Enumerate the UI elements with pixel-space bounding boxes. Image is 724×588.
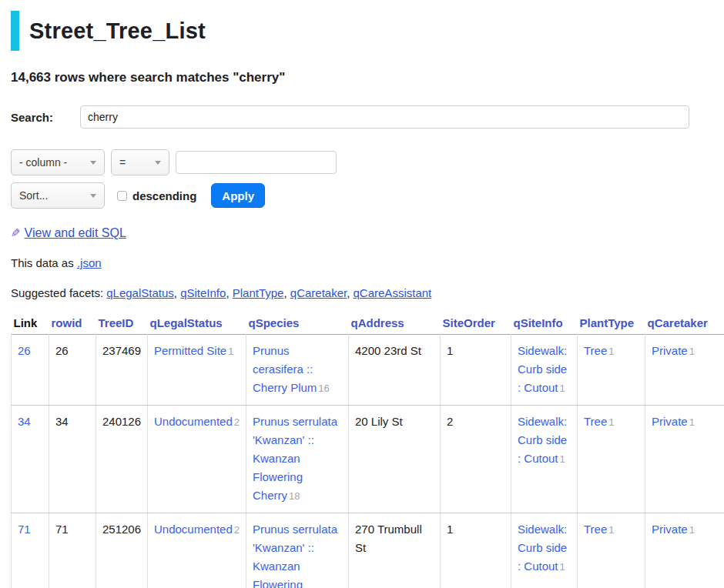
table-row: 26 26 237469 Permitted Site1 Prunus cera…: [12, 335, 724, 406]
column-header-siteorder-link[interactable]: SiteOrder: [443, 316, 495, 329]
search-row: Search:: [11, 105, 713, 129]
facet-separator: ,: [226, 286, 232, 299]
chevron-down-icon: [90, 161, 96, 165]
column-header-qaddress: qAddress: [349, 313, 441, 335]
cell-qaddress: 4200 23rd St: [349, 335, 441, 406]
facet-count: 1: [608, 346, 614, 357]
sort-select[interactable]: Sort...: [11, 182, 105, 209]
row-link[interactable]: 34: [18, 415, 31, 428]
column-header-link: Link: [12, 313, 49, 335]
data-as-row: This data as .json: [11, 256, 713, 269]
facet-value-link[interactable]: Prunus cerasifera :: Cherry Plum: [253, 344, 317, 394]
facet-value-link[interactable]: Private: [652, 523, 688, 536]
facet-count: 1: [560, 383, 565, 394]
column-header-qspecies-link[interactable]: qSpecies: [249, 316, 300, 329]
facet-count: 1: [560, 453, 565, 465]
column-header-qcaretaker: qCaretaker: [645, 313, 724, 335]
cell-qsiteinfo: Sidewalk: Curb side : Cutout1: [511, 513, 578, 588]
column-header-qlegalstatus-link[interactable]: qLegalStatus: [150, 316, 223, 329]
json-link[interactable]: .json: [77, 256, 102, 269]
chevron-down-icon: [90, 194, 96, 198]
facet-count: 1: [689, 416, 695, 428]
column-header-qsiteinfo-link[interactable]: qSiteInfo: [514, 316, 563, 329]
facet-separator: ,: [283, 286, 290, 299]
cell-siteorder: 1: [441, 335, 511, 406]
cell-siteorder: 2: [441, 406, 511, 513]
facet-count: 16: [318, 383, 329, 394]
cell-qcaretaker: Private1: [645, 406, 724, 513]
column-select[interactable]: - column -: [11, 149, 105, 175]
column-header-rowid: rowid: [49, 313, 96, 335]
facet-value-link[interactable]: Prunus serrulata 'Kwanzan' :: Kwanzan Fl…: [253, 415, 337, 502]
suggested-facets-row: Suggested facets: qLegalStatus, qSiteInf…: [11, 286, 713, 299]
search-input[interactable]: [80, 105, 689, 129]
facet-value-link[interactable]: Undocumented: [154, 415, 233, 428]
facet-count: 1: [560, 561, 565, 573]
facet-count: 1: [689, 524, 695, 536]
facet-link-qcaretaker[interactable]: qCaretaker: [290, 286, 347, 299]
cell-planttype: Tree1: [578, 406, 645, 513]
row-link[interactable]: 26: [18, 344, 31, 357]
facet-link-qsiteinfo[interactable]: qSiteInfo: [180, 286, 226, 299]
descending-label[interactable]: descending: [132, 189, 196, 202]
table-row: 71 71 251206 Undocumented2 Prunus serrul…: [12, 513, 724, 588]
view-edit-sql-link[interactable]: View and edit SQL: [25, 226, 126, 239]
accent-bar: [11, 11, 19, 51]
cell-qaddress: 20 Lily St: [349, 406, 441, 513]
facet-value-link[interactable]: Private: [652, 344, 688, 357]
cell-qlegalstatus: Undocumented2: [148, 513, 246, 588]
facet-count: 1: [689, 346, 695, 357]
column-header-treeid: TreeID: [96, 313, 148, 335]
column-header-planttype-link[interactable]: PlantType: [580, 316, 635, 329]
cell-qspecies: Prunus serrulata 'Kwanzan' :: Kwanzan Fl…: [246, 406, 349, 513]
cell-link: 26: [12, 335, 49, 406]
facet-value-link[interactable]: Tree: [584, 523, 607, 536]
cell-qaddress: 270 Trumbull St: [349, 513, 441, 588]
table-row: 34 34 240126 Undocumented2 Prunus serrul…: [12, 406, 724, 513]
facet-link-planttype[interactable]: PlantType: [233, 286, 284, 299]
column-header-qspecies: qSpecies: [246, 313, 349, 335]
cell-treeid: 237469: [96, 335, 148, 406]
column-header-qlegalstatus: qLegalStatus: [148, 313, 246, 335]
operator-select-value: =: [119, 156, 126, 169]
facet-value-link[interactable]: Private: [652, 415, 688, 428]
cell-link: 71: [12, 513, 49, 588]
cell-qcaretaker: Private1: [645, 513, 724, 588]
sort-row: Sort... descending Apply: [11, 182, 713, 209]
facet-separator: ,: [347, 286, 353, 299]
cell-treeid: 240126: [96, 406, 148, 513]
search-label: Search:: [11, 111, 80, 124]
facet-value-link[interactable]: Prunus serrulata 'Kwanzan' :: Kwanzan Fl…: [253, 523, 337, 588]
facet-link-qlegalstatus[interactable]: qLegalStatus: [106, 286, 174, 299]
cell-rowid: 34: [49, 406, 96, 513]
facet-value-link[interactable]: Tree: [584, 415, 607, 428]
column-header-qaddress-link[interactable]: qAddress: [351, 316, 404, 329]
facet-count: 18: [289, 490, 300, 502]
facet-count: 1: [228, 346, 233, 357]
facet-value-link[interactable]: Tree: [584, 344, 607, 357]
cell-siteorder: 1: [441, 513, 511, 588]
column-header-qcaretaker-link[interactable]: qCaretaker: [648, 316, 708, 329]
operator-select[interactable]: =: [111, 149, 169, 175]
facet-value-link[interactable]: Permitted Site: [154, 344, 226, 357]
apply-button[interactable]: Apply: [211, 183, 265, 208]
facet-value-link[interactable]: Undocumented: [154, 523, 233, 536]
filter-value-input[interactable]: [176, 151, 337, 174]
column-select-value: - column -: [19, 156, 67, 169]
facet-link-qcareassistant[interactable]: qCareAssistant: [354, 286, 432, 299]
column-header-siteorder: SiteOrder: [441, 313, 511, 335]
cell-rowid: 26: [49, 335, 96, 406]
page-title: Street_Tree_List: [29, 18, 206, 44]
cell-qsiteinfo: Sidewalk: Curb side : Cutout1: [511, 406, 578, 513]
row-link[interactable]: 71: [18, 523, 31, 536]
column-header-qsiteinfo: qSiteInfo: [511, 313, 578, 335]
facet-count: 2: [234, 524, 240, 536]
page: Street_Tree_List 14,663 rows where searc…: [0, 0, 724, 588]
cell-planttype: Tree1: [578, 335, 645, 406]
cell-link: 34: [12, 406, 49, 513]
column-header-treeid-link[interactable]: TreeID: [99, 316, 134, 329]
descending-checkbox[interactable]: [117, 191, 127, 201]
row-count-summary: 14,663 rows where search matches "cherry…: [11, 70, 713, 85]
column-header-rowid-link[interactable]: rowid: [52, 316, 82, 329]
cell-rowid: 71: [49, 513, 96, 588]
